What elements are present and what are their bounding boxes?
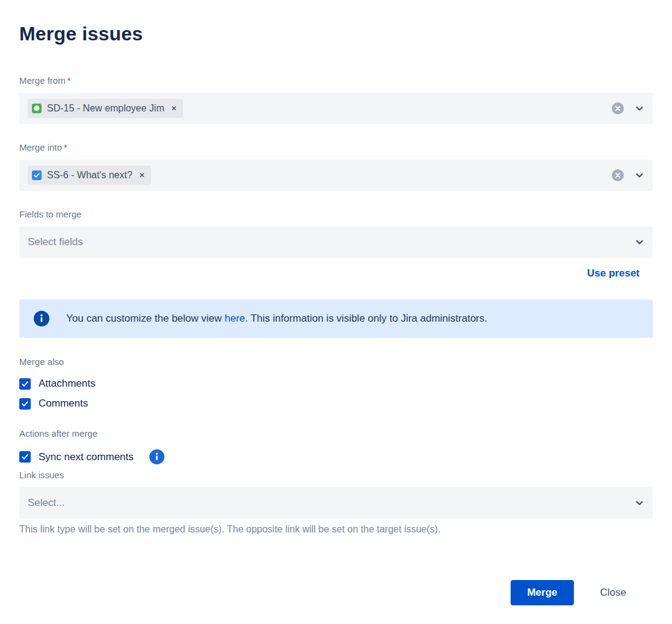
merge-from-tag-label: SD-15 - New employee Jim [47, 103, 164, 114]
merge-from-tag-remove-icon[interactable]: ✕ [171, 105, 177, 112]
link-issues-label: Link issues [19, 469, 653, 481]
merge-into-clear-icon[interactable] [612, 169, 624, 181]
merge-from-chevron-down-icon[interactable] [635, 104, 644, 113]
page-title: Merge issues [19, 22, 653, 46]
actions-after-merge-label: Actions after merge [19, 428, 653, 440]
link-issues-select[interactable]: Select... [19, 487, 653, 519]
fields-to-merge-chevron-down-icon[interactable] [635, 237, 644, 247]
fields-to-merge-label: Fields to merge [19, 208, 653, 220]
link-issues-placeholder: Select... [28, 497, 64, 509]
task-issue-icon [32, 170, 42, 180]
merge-into-tag-label: SS-6 - What's next? [47, 170, 132, 181]
merge-into-select[interactable]: SS-6 - What's next? ✕ [19, 160, 653, 191]
attachments-checkbox-label: Attachments [39, 378, 96, 390]
use-preset-link[interactable]: Use preset [587, 267, 639, 279]
service-request-issue-icon [32, 104, 42, 113]
merge-into-tag-remove-icon[interactable]: ✕ [139, 172, 145, 179]
comments-checkbox[interactable] [19, 398, 31, 410]
merge-from-clear-icon[interactable] [612, 102, 624, 114]
attachments-checkbox[interactable] [19, 378, 31, 390]
info-banner: You can customize the below view here. T… [19, 299, 653, 338]
link-issues-chevron-down-icon[interactable] [635, 498, 644, 508]
merge-issues-dialog: Merge issues Merge from* SD-15 - New emp… [19, 22, 653, 535]
sync-next-comments-row[interactable]: Sync next comments [19, 449, 653, 464]
comments-checkbox-label: Comments [39, 398, 88, 410]
sync-next-comments-checkbox[interactable] [19, 451, 31, 463]
sync-comments-info-icon[interactable] [149, 449, 164, 464]
merge-from-select[interactable]: SD-15 - New employee Jim ✕ [19, 93, 653, 124]
attachments-checkbox-row[interactable]: Attachments [19, 378, 653, 390]
comments-checkbox-row[interactable]: Comments [19, 398, 653, 410]
checkmark-icon [21, 380, 29, 388]
fields-to-merge-select[interactable]: Select fields [19, 226, 653, 258]
merge-into-tag: SS-6 - What's next? ✕ [28, 166, 151, 185]
checkmark-icon [21, 453, 29, 461]
merge-from-label: Merge from* [19, 75, 653, 87]
merge-into-chevron-down-icon[interactable] [635, 170, 644, 180]
merge-into-label: Merge into* [19, 142, 653, 154]
merge-button[interactable]: Merge [511, 580, 573, 605]
fields-to-merge-placeholder: Select fields [28, 236, 83, 248]
sync-next-comments-label: Sync next comments [39, 451, 134, 463]
link-issues-help-text: This link type will be set on the merged… [19, 523, 653, 535]
checkmark-icon [21, 400, 29, 408]
info-icon [34, 311, 49, 326]
dialog-footer: Merge Close [511, 580, 633, 605]
required-asterisk: * [64, 142, 67, 152]
merge-from-tag: SD-15 - New employee Jim ✕ [28, 99, 183, 118]
close-button[interactable]: Close [593, 580, 633, 605]
customize-view-here-link[interactable]: here [225, 313, 245, 324]
merge-also-label: Merge also [19, 356, 653, 368]
banner-message: You can customize the below view here. T… [66, 313, 487, 325]
required-asterisk: * [67, 75, 71, 86]
